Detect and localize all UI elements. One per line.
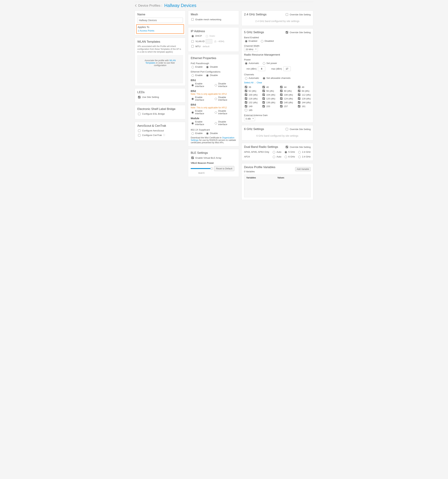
channel-label: 120 (dfs) bbox=[266, 97, 275, 100]
band-disabled-radio[interactable] bbox=[261, 40, 263, 42]
channel-checkbox[interactable] bbox=[245, 101, 247, 104]
breadcrumb-prefix[interactable]: Device Profiles : bbox=[138, 4, 162, 7]
channel-checkbox[interactable] bbox=[263, 101, 265, 104]
leds-use-site-checkbox[interactable] bbox=[138, 96, 140, 98]
ip-static-radio[interactable] bbox=[206, 35, 208, 37]
applies-to-link[interactable]: 1 Access Points bbox=[138, 29, 154, 32]
epc-disable-radio[interactable] bbox=[206, 74, 209, 77]
channels-set-radio[interactable] bbox=[263, 77, 265, 80]
r1-auto-radio[interactable] bbox=[273, 151, 275, 153]
channel-checkbox[interactable] bbox=[263, 105, 265, 107]
eth1-disable-radio[interactable] bbox=[215, 84, 217, 86]
power-set-radio[interactable] bbox=[263, 62, 265, 65]
dualband-override-checkbox[interactable] bbox=[286, 146, 288, 148]
channel-label: 144 (dfs) bbox=[302, 101, 311, 104]
channel-item: 149 bbox=[244, 105, 257, 108]
module-enable-radio[interactable] bbox=[191, 122, 194, 125]
channel-item: 120 (dfs) bbox=[262, 97, 275, 100]
eth2-enable-radio[interactable] bbox=[191, 98, 194, 100]
vble-slider[interactable] bbox=[191, 168, 211, 169]
add-variable-button[interactable]: Add Variable bbox=[295, 167, 311, 171]
channel-label: 40 bbox=[266, 86, 269, 88]
r2-auto-radio[interactable] bbox=[273, 156, 275, 158]
eth3-disable-radio[interactable] bbox=[215, 111, 217, 114]
channel-checkbox[interactable] bbox=[245, 90, 247, 92]
channel-width-select[interactable]: 20 MHz bbox=[244, 47, 258, 52]
channel-checkbox[interactable] bbox=[280, 90, 283, 92]
vlan-id-input[interactable] bbox=[206, 39, 212, 44]
configure-aeroscout-checkbox[interactable] bbox=[138, 129, 140, 132]
channel-label: 108 (dfs) bbox=[284, 93, 293, 96]
info-icon[interactable]: ⓘ bbox=[163, 134, 165, 137]
eth2-disable-radio[interactable] bbox=[215, 98, 217, 100]
channel-checkbox[interactable] bbox=[245, 109, 247, 111]
module-disable-radio[interactable] bbox=[215, 122, 217, 125]
channel-checkbox[interactable] bbox=[245, 86, 247, 88]
channel-label: 60 (dfs) bbox=[284, 90, 292, 92]
supp-enable-radio[interactable] bbox=[191, 132, 194, 135]
ext-antenna-select[interactable]: 0 dBi bbox=[244, 116, 255, 121]
channel-checkbox[interactable] bbox=[263, 93, 265, 96]
24ghz-override-label: Override Site Setting bbox=[290, 13, 311, 16]
channel-checkbox[interactable] bbox=[298, 86, 300, 88]
variables-col1: Variables bbox=[246, 177, 277, 179]
channel-checkbox[interactable] bbox=[298, 105, 300, 107]
mesh-enable-checkbox[interactable] bbox=[191, 18, 194, 21]
ble-enable-checkbox[interactable] bbox=[191, 157, 194, 159]
min-dbm-input[interactable] bbox=[258, 67, 265, 71]
channel-checkbox[interactable] bbox=[298, 97, 300, 100]
r1-24ghz-radio[interactable] bbox=[298, 151, 301, 153]
r2-6ghz-radio[interactable] bbox=[285, 156, 287, 158]
channel-checkbox[interactable] bbox=[280, 101, 283, 104]
eth3-enable-radio[interactable] bbox=[191, 111, 194, 114]
cert-download-msg: Download the Mist Certificate in Organiz… bbox=[191, 136, 236, 144]
channel-item: 52 (dfs) bbox=[244, 89, 257, 93]
channel-checkbox[interactable] bbox=[263, 97, 265, 100]
channel-checkbox[interactable] bbox=[245, 97, 247, 100]
name-input[interactable] bbox=[137, 18, 183, 23]
select-all-link[interactable]: Select All bbox=[244, 81, 253, 84]
channel-checkbox[interactable] bbox=[280, 93, 283, 96]
band-enabled-radio[interactable] bbox=[245, 40, 247, 42]
channel-label: 36 bbox=[249, 86, 251, 88]
channel-checkbox[interactable] bbox=[245, 93, 247, 96]
mtu-checkbox[interactable] bbox=[191, 45, 194, 47]
poe-disable-radio[interactable] bbox=[206, 66, 209, 68]
variables-panel: Device Profile Variables 0 Variables Add… bbox=[242, 163, 313, 200]
24ghz-override-checkbox[interactable] bbox=[286, 13, 288, 16]
epc-enable-radio[interactable] bbox=[191, 74, 194, 77]
channels-auto-radio[interactable] bbox=[245, 77, 247, 80]
leds-use-site-label: Use Site Setting bbox=[142, 96, 159, 98]
max-dbm-input[interactable] bbox=[283, 67, 291, 71]
back-icon[interactable] bbox=[135, 4, 137, 7]
configure-centrak-checkbox[interactable] bbox=[138, 134, 140, 136]
clear-link[interactable]: Clear bbox=[257, 81, 262, 84]
ip-dhcp-radio[interactable] bbox=[191, 35, 194, 37]
supplicant-label: 802.1X Supplicant bbox=[191, 128, 236, 131]
channel-checkbox[interactable] bbox=[263, 86, 265, 88]
channel-item: 48 bbox=[297, 85, 311, 89]
eth1-title: Eth1 bbox=[191, 79, 236, 82]
channel-label: 124 (dfs) bbox=[284, 97, 293, 100]
channel-checkbox[interactable] bbox=[298, 101, 300, 104]
r2-24ghz-radio[interactable] bbox=[298, 156, 301, 158]
ble-reset-button[interactable]: Reset to Default bbox=[214, 166, 234, 171]
channel-checkbox[interactable] bbox=[263, 90, 265, 92]
channel-label: 149 bbox=[249, 105, 252, 108]
channel-checkbox[interactable] bbox=[298, 90, 300, 92]
leds-title: LEDs bbox=[137, 91, 183, 94]
r1-5ghz-radio[interactable] bbox=[285, 151, 287, 153]
power-auto-radio[interactable] bbox=[245, 62, 247, 65]
esl-configure-checkbox[interactable] bbox=[138, 113, 140, 115]
poe-enable-radio[interactable] bbox=[191, 66, 194, 68]
supp-disable-radio[interactable] bbox=[206, 132, 209, 135]
channel-checkbox[interactable] bbox=[280, 86, 283, 88]
6ghz-override-checkbox[interactable] bbox=[286, 128, 288, 130]
5ghz-override-checkbox[interactable] bbox=[286, 31, 288, 33]
channel-checkbox[interactable] bbox=[280, 105, 283, 107]
eth1-enable-radio[interactable] bbox=[191, 84, 194, 86]
channel-checkbox[interactable] bbox=[280, 97, 283, 100]
vlan-id-checkbox[interactable] bbox=[191, 40, 194, 43]
channel-checkbox[interactable] bbox=[298, 93, 300, 96]
channel-checkbox[interactable] bbox=[245, 105, 247, 107]
